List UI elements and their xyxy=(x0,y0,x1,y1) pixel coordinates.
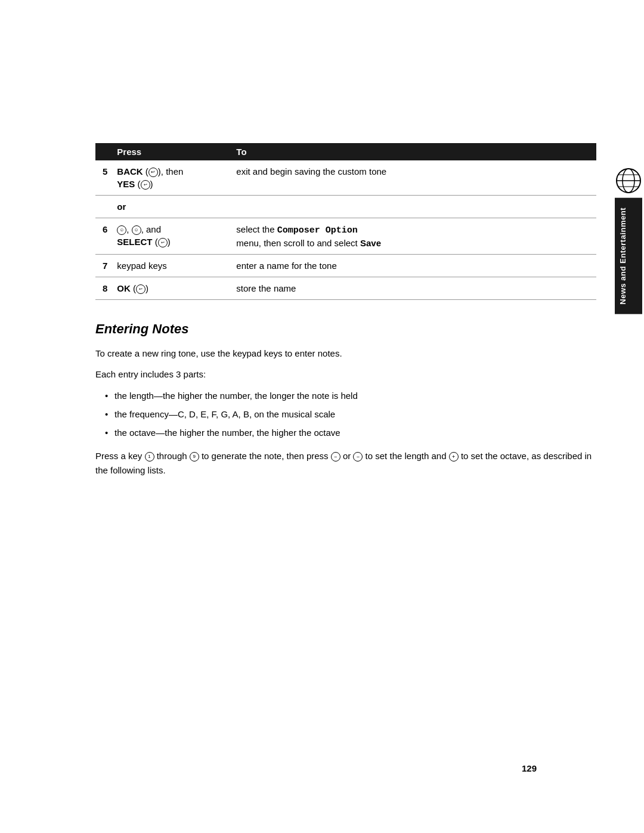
sidebar-label: News and Entertainment xyxy=(615,198,642,314)
or-row: or xyxy=(95,196,596,218)
section-title: Entering Notes xyxy=(95,321,596,337)
press-cell: keypad keys xyxy=(110,255,229,277)
table-row: 7 keypad keys enter a name for the tone xyxy=(95,255,596,277)
row-number: 5 xyxy=(95,160,110,196)
key-9-icon: 9 xyxy=(190,452,199,462)
to-cell: exit and begin saving the custom tone xyxy=(229,160,596,196)
menu-icon: ☺ xyxy=(117,225,126,235)
back-icon: ↩ xyxy=(148,168,158,177)
bullet-item: the length—the higher the number, the lo… xyxy=(105,389,596,402)
select-icon: ↩ xyxy=(158,238,168,247)
right-sidebar-tab: News and Entertainment xyxy=(613,167,644,314)
press-cell: OK (↩) xyxy=(110,277,229,300)
bullet-list: the length—the higher the number, the lo… xyxy=(105,389,596,440)
bullet-item: the frequency—C, D, E, F, G, A, B, on th… xyxy=(105,407,596,421)
press-cell: BACK (↩), then YES (↩) xyxy=(110,160,229,196)
closing-paragraph: Press a key 1 through 9 to generate the … xyxy=(95,449,596,477)
yes-icon: ↩ xyxy=(141,180,150,190)
composer-option-text: Composer Option xyxy=(277,225,358,236)
table-row: 8 OK (↩) store the name xyxy=(95,277,596,300)
globe-icon xyxy=(615,167,642,194)
page-number: 129 xyxy=(522,763,537,773)
minus-icon: − xyxy=(331,452,340,462)
composer-icon: ☺ xyxy=(132,225,141,235)
row-number: 7 xyxy=(95,255,110,277)
plus-icon: + xyxy=(449,452,459,462)
to-cell: store the name xyxy=(229,277,596,300)
key-1-icon: 1 xyxy=(145,452,154,462)
table-header-to: To xyxy=(229,143,596,160)
table-header-num xyxy=(95,143,110,160)
table-row: 5 BACK (↩), then YES (↩) exit and begin … xyxy=(95,160,596,196)
content-area: Press To 5 BACK (↩), then YES (↩) exit a… xyxy=(95,143,596,797)
or-num-cell xyxy=(95,196,110,218)
table-header-press: Press xyxy=(110,143,229,160)
press-cell: ☺, ☺, and SELECT (↩) xyxy=(110,218,229,255)
page-container: News and Entertainment Press To 5 BACK (… xyxy=(0,0,644,833)
body-paragraph-1: To create a new ring tone, use the keypa… xyxy=(95,346,596,360)
body-paragraph-2: Each entry includes 3 parts: xyxy=(95,367,596,381)
table-row: 6 ☺, ☺, and SELECT (↩) select the Compos… xyxy=(95,218,596,255)
row-number: 8 xyxy=(95,277,110,300)
to-cell: select the Composer Option menu, then sc… xyxy=(229,218,596,255)
minus2-icon: − xyxy=(353,452,363,462)
to-cell: enter a name for the tone xyxy=(229,255,596,277)
bullet-item: the octave—the higher the number, the hi… xyxy=(105,426,596,439)
or-label: or xyxy=(110,196,596,218)
row-number: 6 xyxy=(95,218,110,255)
instruction-table: Press To 5 BACK (↩), then YES (↩) exit a… xyxy=(95,143,596,300)
ok-icon: ↩ xyxy=(136,284,145,294)
